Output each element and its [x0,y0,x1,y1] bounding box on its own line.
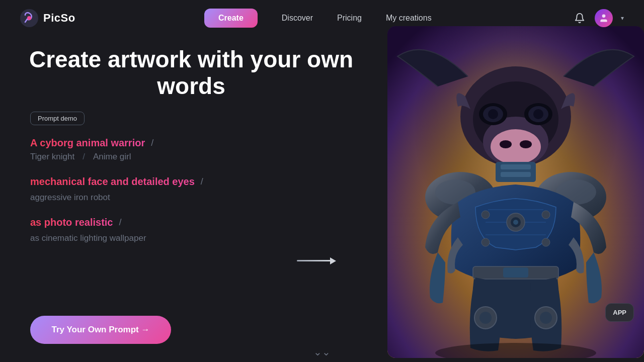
user-menu-chevron-icon[interactable]: ▾ [621,15,624,22]
svg-point-27 [542,238,550,246]
prompt-alt-cinematic[interactable]: as cinematic lighting wallpaper [30,233,146,243]
svg-rect-19 [501,172,531,177]
prompt-active-row-1: A cyborg animal warrior / [30,137,362,149]
app-badge-label: APP [613,309,626,316]
logo-icon [20,9,38,27]
prompt-alts-2: aggressive iron robot [30,191,362,203]
svg-point-36 [540,312,552,324]
svg-point-39 [513,220,518,225]
svg-point-15 [488,109,498,119]
create-button[interactable]: Create [204,9,258,28]
prompt-alts-1: Tiger knight / Anime girl [30,152,362,162]
prompt-slash-1: / [151,138,153,148]
svg-point-16 [533,109,543,119]
brand-name: PicSo [43,12,75,25]
svg-point-35 [479,312,492,324]
prompt-active-row-3: as photo realistic / [30,217,362,228]
prompt-alts-3: as cinematic lighting wallpaper [30,231,362,243]
svg-point-25 [542,211,550,219]
prompt-section: Prompt demo A cyborg animal warrior / Ti… [30,112,362,257]
svg-point-8 [491,129,541,164]
hero-title: Create artwork with your own words [0,46,382,100]
prompt-slash-2: / [201,176,203,187]
prompt-active-text-2: mechanical face and detailed eyes [30,176,195,188]
arrow-connector [297,260,332,261]
svg-rect-32 [503,267,528,278]
discover-link[interactable]: Discover [270,9,325,28]
app-badge[interactable]: APP [605,303,634,322]
svg-point-26 [481,238,490,246]
right-panel [382,36,644,362]
prompt-alt-anime[interactable]: Anime girl [93,152,131,162]
prompt-active-text-1: A cyborg animal warrior [30,137,145,149]
svg-point-9 [500,140,512,148]
svg-point-10 [520,140,532,148]
prompt-active-text-3: as photo realistic [30,217,113,228]
prompt-demo-badge[interactable]: Prompt demo [30,112,85,125]
prompt-alt-tiger[interactable]: Tiger knight [30,152,74,162]
main-content: Create artwork with your own words Promp… [0,36,644,362]
navbar: PicSo Create Discover Pricing My creatio… [0,0,644,36]
logo[interactable]: PicSo [20,9,75,27]
svg-rect-18 [501,164,531,169]
notification-bell-icon[interactable] [573,11,587,25]
prompt-alt-robot[interactable]: aggressive iron robot [30,193,110,203]
pricing-link[interactable]: Pricing [325,9,374,28]
svg-point-24 [481,211,490,219]
prompt-active-row-2: mechanical face and detailed eyes / [30,176,362,188]
user-avatar[interactable] [595,9,613,27]
prompt-block-2: mechanical face and detailed eyes / aggr… [30,176,362,203]
nav-right: ▾ [573,9,624,27]
left-panel: Create artwork with your own words Promp… [0,36,382,362]
try-prompt-button[interactable]: Try Your Own Prompt → [30,316,171,344]
prompt-slash-3: / [119,217,122,228]
nav-links: Create Discover Pricing My creations [204,9,444,28]
svg-point-1 [27,16,31,20]
svg-point-2 [602,15,606,18]
prompt-block-3: as photo realistic / as cinematic lighti… [30,217,362,243]
arrow-line [297,260,332,261]
prompt-block-1: A cyborg animal warrior / Tiger knight /… [30,137,362,162]
my-creations-link[interactable]: My creations [374,9,444,28]
